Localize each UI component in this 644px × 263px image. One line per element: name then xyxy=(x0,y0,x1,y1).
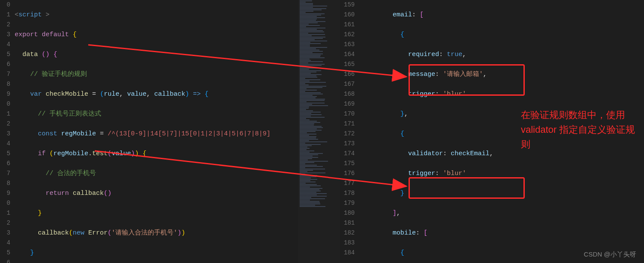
comma: , xyxy=(404,110,408,118)
bracket: ] xyxy=(393,210,396,217)
prop: email xyxy=(393,11,412,19)
comma: , xyxy=(146,91,150,98)
fn-data: data xyxy=(22,51,38,58)
paren: ( xyxy=(108,150,111,157)
op: = xyxy=(100,130,104,138)
colon: : xyxy=(435,91,439,98)
comma: , xyxy=(396,210,400,217)
prop: validator xyxy=(408,150,443,157)
paren: ) xyxy=(177,229,181,237)
brace: } xyxy=(400,190,404,197)
paren: ) xyxy=(181,229,185,237)
left-editor-pane[interactable]: 012345678901234567890123456 <script > ex… xyxy=(0,0,298,263)
method: test xyxy=(92,150,108,157)
kw-export: export xyxy=(15,31,38,38)
left-gutter: 012345678901234567890123456 xyxy=(0,0,15,263)
kw-var: var xyxy=(30,91,42,98)
comment: // 手机号正则表达式 xyxy=(38,110,101,118)
colon: : xyxy=(416,229,420,237)
paren: () xyxy=(42,51,50,58)
brace: { xyxy=(400,31,404,38)
brace: } xyxy=(30,249,34,257)
value: checkEmail xyxy=(451,150,489,157)
colon: : xyxy=(439,51,443,58)
comment: // 验证手机的规则 xyxy=(30,71,87,78)
tag-name: script xyxy=(19,11,42,19)
obj: regMobile xyxy=(53,150,88,157)
comma: , xyxy=(483,71,487,78)
string: 'blur' xyxy=(443,91,466,98)
prop: required xyxy=(408,51,439,58)
paren: () xyxy=(104,190,111,197)
prop: mobile xyxy=(393,229,416,237)
arg: callback xyxy=(154,91,185,98)
paren: ) xyxy=(185,91,189,98)
comma: , xyxy=(489,150,493,157)
kw-return: return xyxy=(46,190,69,197)
tag-close: > xyxy=(42,11,50,19)
prop: message xyxy=(408,71,435,78)
arg: value xyxy=(127,91,146,98)
regex: /^(13[0-9]|14[5|7]|15[0|1|2|3|4|5|6|7|8|… xyxy=(108,130,270,138)
brace: { xyxy=(400,249,404,257)
left-code-area[interactable]: <script > export default { data () { // … xyxy=(15,0,298,263)
colon: : xyxy=(435,170,439,177)
annotation-text: 在验证规则数组中，使用 validator 指定自定义验证规则 xyxy=(521,108,641,152)
arrow: => xyxy=(193,91,201,98)
kw-new: new xyxy=(73,229,84,237)
prop: trigger xyxy=(408,170,435,177)
tag-open: < xyxy=(15,11,19,19)
brace: } xyxy=(38,210,42,217)
paren: ( xyxy=(50,150,53,157)
brace: { xyxy=(400,130,404,138)
comma: , xyxy=(119,91,123,98)
string: '请输入合法的手机号' xyxy=(111,229,177,237)
minimap[interactable] xyxy=(298,0,340,263)
right-gutter: 1591601611621631641651661671681691701711… xyxy=(340,0,362,263)
bracket: [ xyxy=(424,229,427,237)
paren: ) xyxy=(135,150,139,157)
paren: ) xyxy=(131,150,135,157)
arg: value xyxy=(111,150,131,157)
kw-default: default xyxy=(42,31,69,38)
paren: ( xyxy=(108,229,111,237)
brace: { xyxy=(204,91,208,98)
op: = xyxy=(92,91,96,98)
class: Error xyxy=(88,229,108,237)
paren: ( xyxy=(69,229,73,237)
colon: : xyxy=(435,71,439,78)
colon: : xyxy=(412,11,416,19)
bracket: [ xyxy=(420,11,424,19)
brace: } xyxy=(400,110,404,118)
paren: ( xyxy=(100,91,104,98)
brace: { xyxy=(53,51,57,58)
brace: { xyxy=(73,31,77,38)
var-name: checkMobile xyxy=(46,91,88,98)
comment: // 合法的手机号 xyxy=(46,170,96,177)
arg: rule xyxy=(104,91,119,98)
comma: , xyxy=(462,51,466,58)
fn: callback xyxy=(38,229,69,237)
string: '请输入邮箱' xyxy=(443,71,483,78)
prop: trigger xyxy=(408,91,435,98)
var-name: regMobile xyxy=(61,130,96,138)
string: 'blur' xyxy=(443,170,466,177)
bool: true xyxy=(447,51,462,58)
kw-if: if xyxy=(38,150,46,157)
kw-const: const xyxy=(38,130,57,138)
brace: { xyxy=(142,150,146,157)
fn: callback xyxy=(73,190,104,197)
colon: : xyxy=(443,150,447,157)
